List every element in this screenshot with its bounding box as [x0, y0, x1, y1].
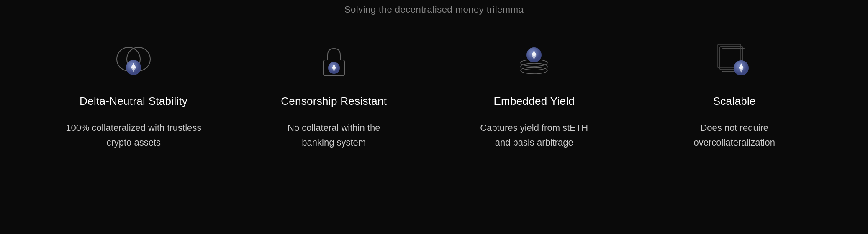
feature-card-scalable: Scalable Does not require overcollateral… — [634, 40, 835, 150]
embedded-yield-desc: Captures yield from stETH and basis arbi… — [480, 120, 588, 150]
stack-eth-icon — [513, 40, 555, 82]
delta-neutral-title: Delta-Neutral Stability — [80, 95, 187, 108]
feature-card-censorship-resistant: Censorship Resistant No collateral withi… — [234, 40, 434, 150]
embedded-yield-icon-container — [513, 40, 555, 82]
svg-point-9 — [521, 67, 547, 74]
layers-eth-icon — [714, 40, 755, 82]
delta-neutral-desc: 100% collateralized with trustless crypt… — [66, 120, 201, 150]
censorship-resistant-title: Censorship Resistant — [281, 95, 387, 108]
scalable-title: Scalable — [713, 95, 756, 108]
censorship-resistant-desc: No collateral within the banking system — [288, 120, 380, 150]
features-grid: Delta-Neutral Stability 100% collaterali… — [0, 15, 868, 175]
delta-neutral-icon-container — [113, 40, 154, 82]
censorship-resistant-icon-container — [313, 40, 355, 82]
lock-eth-icon — [313, 40, 355, 82]
circles-eth-icon — [113, 40, 154, 82]
scalable-icon-container — [714, 40, 755, 82]
embedded-yield-title: Embedded Yield — [493, 95, 575, 108]
page-subtitle: Solving the decentralised money trilemma — [344, 0, 524, 15]
svg-point-10 — [521, 63, 547, 70]
feature-card-delta-neutral: Delta-Neutral Stability 100% collaterali… — [33, 40, 234, 150]
scalable-desc: Does not require overcollateralization — [694, 120, 775, 150]
feature-card-embedded-yield: Embedded Yield Captures yield from stETH… — [434, 40, 634, 150]
